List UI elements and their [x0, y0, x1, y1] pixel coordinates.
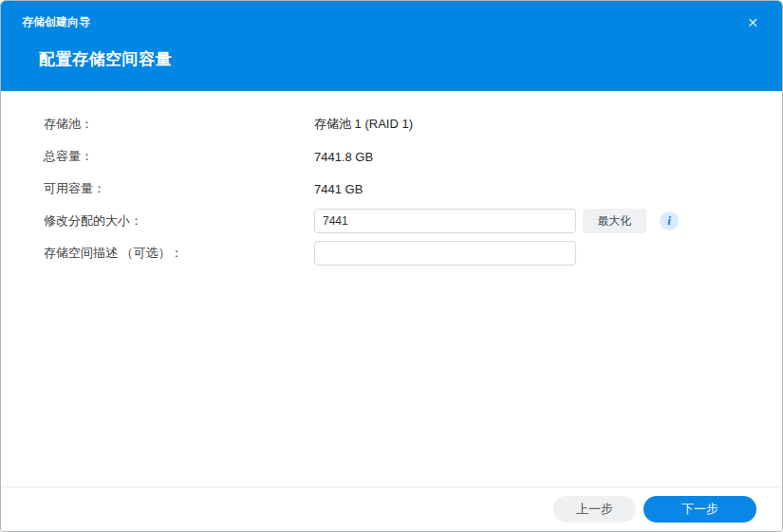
storage-pool-value: 存储池 1 (RAID 1) — [314, 116, 413, 133]
step-title: 配置存储空间容量 — [39, 48, 172, 70]
available-capacity-value: 7441 GB — [314, 182, 363, 196]
allocated-size-label: 修改分配的大小： — [44, 212, 314, 229]
close-icon[interactable]: ✕ — [742, 12, 763, 33]
info-icon[interactable]: i — [660, 211, 679, 230]
dialog-header: 存储创建向导 ✕ 配置存储空间容量 — [1, 1, 782, 91]
total-capacity-value: 7441.8 GB — [314, 150, 373, 164]
total-capacity-row: 总容量： 7441.8 GB — [1, 140, 782, 173]
description-input[interactable] — [314, 241, 576, 266]
storage-creation-wizard-dialog: 存储创建向导 ✕ 配置存储空间容量 存储池： 存储池 1 (RAID 1) 总容… — [0, 0, 783, 532]
description-row: 存储空间描述 （可选）： — [1, 237, 782, 269]
dialog-body: 存储池： 存储池 1 (RAID 1) 总容量： 7441.8 GB 可用容量：… — [1, 92, 782, 486]
storage-pool-row: 存储池： 存储池 1 (RAID 1) — [1, 108, 782, 140]
storage-pool-label: 存储池： — [44, 116, 314, 133]
available-capacity-label: 可用容量： — [44, 180, 314, 197]
available-capacity-row: 可用容量： 7441 GB — [1, 173, 782, 205]
description-label: 存储空间描述 （可选）： — [44, 245, 314, 262]
maximize-button[interactable]: 最大化 — [583, 209, 646, 233]
total-capacity-label: 总容量： — [44, 148, 314, 165]
back-button[interactable]: 上一步 — [553, 496, 636, 523]
dialog-footer: 上一步 下一步 — [1, 486, 782, 531]
next-button[interactable]: 下一步 — [643, 496, 756, 523]
allocated-size-row: 修改分配的大小： 最大化 i — [1, 205, 782, 237]
allocated-size-input[interactable] — [314, 209, 576, 233]
dialog-title: 存储创建向导 — [22, 14, 90, 30]
